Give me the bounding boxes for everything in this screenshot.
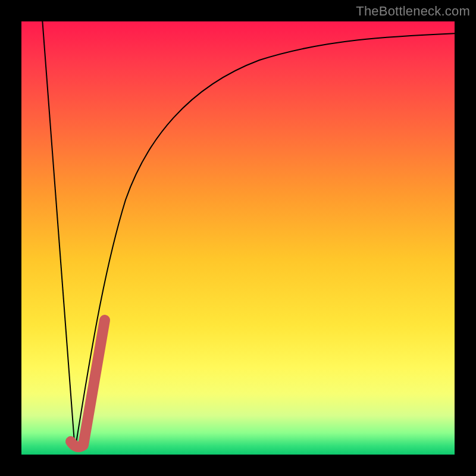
chart-frame: TheBottleneck.com — [0, 0, 476, 476]
plot-area — [21, 21, 455, 455]
curve-left-descent — [42, 21, 75, 450]
watermark-text: TheBottleneck.com — [356, 4, 470, 19]
curve-right-saturation — [75, 33, 455, 450]
chart-svg — [21, 21, 455, 455]
expected-range-marker — [71, 320, 105, 447]
